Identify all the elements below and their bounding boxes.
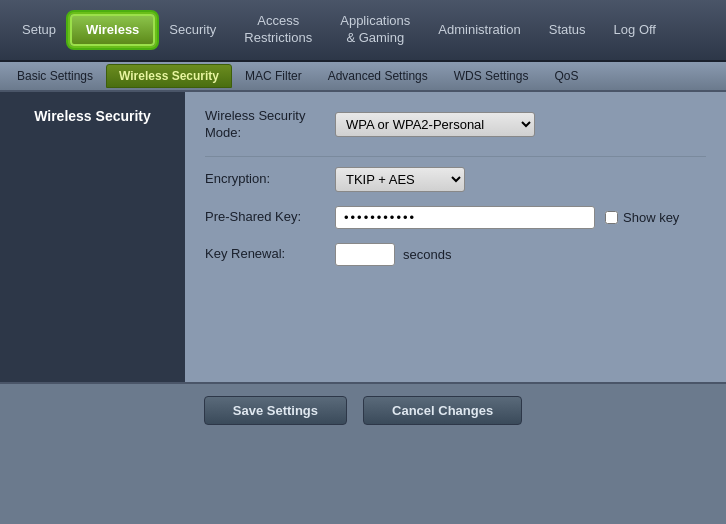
tab-wds-settings[interactable]: WDS Settings	[441, 64, 542, 88]
renewal-control: 3600 seconds	[335, 243, 706, 266]
psk-control: Show key	[335, 206, 706, 229]
sub-nav: Basic Settings Wireless Security MAC Fil…	[0, 62, 726, 92]
button-bar: Save Settings Cancel Changes	[0, 382, 726, 437]
encryption-row: Encryption: TKIP + AES TKIP AES	[205, 167, 706, 192]
encryption-select[interactable]: TKIP + AES TKIP AES	[335, 167, 465, 192]
tab-qos[interactable]: QoS	[541, 64, 591, 88]
nav-item-setup[interactable]: Setup	[8, 16, 70, 45]
show-key-label: Show key	[623, 210, 679, 225]
tab-mac-filter[interactable]: MAC Filter	[232, 64, 315, 88]
encryption-label: Encryption:	[205, 171, 335, 188]
security-mode-control: WPA or WPA2-Personal Disabled WPA Person…	[335, 112, 706, 137]
psk-input[interactable]	[335, 206, 595, 229]
top-nav: Setup Wireless Security AccessRestrictio…	[0, 0, 726, 62]
sidebar-title: Wireless Security	[34, 108, 151, 124]
show-key-wrap: Show key	[605, 210, 679, 225]
cancel-button[interactable]: Cancel Changes	[363, 396, 522, 425]
main-content: Wireless Security Wireless SecurityMode:…	[0, 92, 726, 382]
security-mode-select[interactable]: WPA or WPA2-Personal Disabled WPA Person…	[335, 112, 535, 137]
psk-row: Pre-Shared Key: Show key	[205, 206, 706, 229]
renewal-row: Key Renewal: 3600 seconds	[205, 243, 706, 266]
nav-item-security[interactable]: Security	[155, 16, 230, 45]
security-mode-label: Wireless SecurityMode:	[205, 108, 335, 142]
divider-1	[205, 156, 706, 157]
tab-advanced-settings[interactable]: Advanced Settings	[315, 64, 441, 88]
renewal-input[interactable]: 3600	[335, 243, 395, 266]
psk-label: Pre-Shared Key:	[205, 209, 335, 226]
nav-item-applications-gaming[interactable]: Applications& Gaming	[326, 7, 424, 53]
encryption-control: TKIP + AES TKIP AES	[335, 167, 706, 192]
nav-item-access-restrictions[interactable]: AccessRestrictions	[230, 7, 326, 53]
nav-item-log-off[interactable]: Log Off	[600, 16, 670, 45]
sidebar: Wireless Security	[0, 92, 185, 382]
show-key-checkbox[interactable]	[605, 211, 618, 224]
save-button[interactable]: Save Settings	[204, 396, 347, 425]
tab-wireless-security[interactable]: Wireless Security	[106, 64, 232, 88]
nav-item-administration[interactable]: Administration	[424, 16, 534, 45]
nav-item-wireless[interactable]: Wireless	[70, 14, 155, 47]
nav-item-status[interactable]: Status	[535, 16, 600, 45]
tab-basic-settings[interactable]: Basic Settings	[4, 64, 106, 88]
security-mode-row: Wireless SecurityMode: WPA or WPA2-Perso…	[205, 108, 706, 142]
seconds-label: seconds	[403, 247, 451, 262]
form-area: Wireless SecurityMode: WPA or WPA2-Perso…	[185, 92, 726, 382]
renewal-label: Key Renewal:	[205, 246, 335, 263]
